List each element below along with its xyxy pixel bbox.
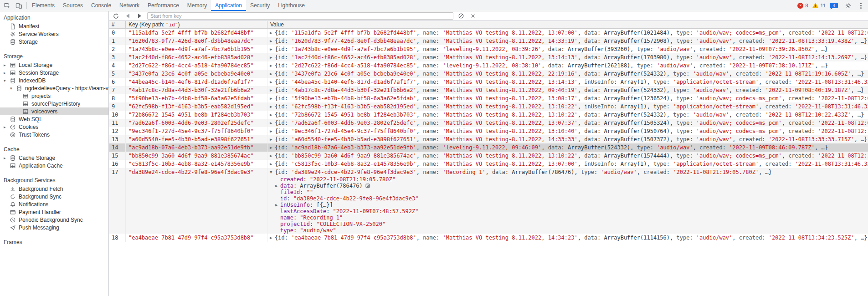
table-row[interactable]: 4"2d27c622-f86d-4cc4-a518-4fa90784ec85"▶… xyxy=(109,61,868,70)
tab-elements[interactable]: Elements xyxy=(28,0,59,11)
expand-triangle-icon[interactable]: ▶ xyxy=(270,111,275,119)
value-preview[interactable]: ▶{id: 'c5813f5c-10b3-4eb8-8a32-e14578356… xyxy=(270,160,868,168)
table-row[interactable]: 2"1a743b8c-e0ee-4d9f-a7af-7bc7a6b1b195"▶… xyxy=(109,45,868,53)
value-preview[interactable]: ▶{id: '1ac2f40d-f86c-4652-ac46-efb8385ad… xyxy=(270,53,868,61)
table-row[interactable]: 12"9ec346f1-727d-45e4-9c37-f75ff8640bf0"… xyxy=(109,127,868,135)
expand-triangle-icon[interactable]: ▶ xyxy=(270,152,275,160)
table-row[interactable]: 9"62fc598b-f13f-4163-b3b5-eab582d195ed"▶… xyxy=(109,102,868,111)
expand-triangle-icon[interactable]: ▶ xyxy=(270,78,275,86)
sidebar-item-push-messaging[interactable]: Push Messaging xyxy=(0,224,108,231)
tab-application[interactable]: Application xyxy=(211,0,246,11)
table-row[interactable]: 0"115a1dfa-5e2f-4fff-bf7b-b2682fd448bf"▶… xyxy=(109,29,868,37)
object-property[interactable]: type: "audio/wav" xyxy=(270,227,868,234)
settings-gear-icon[interactable] xyxy=(842,0,854,11)
object-property[interactable]: ▶inUseInfo: [{…}] xyxy=(270,202,868,208)
expand-triangle-icon[interactable]: ▶ xyxy=(270,160,275,168)
chevron-down-icon[interactable]: ▾ xyxy=(10,86,15,91)
sidebar-item-trust-tokens[interactable]: Trust Tokens xyxy=(0,131,108,138)
column-header-index[interactable]: # xyxy=(109,21,126,28)
value-preview[interactable]: ▶{id: '72b86672-1545-4951-be8b-1f284eb3b… xyxy=(270,111,868,119)
table-row[interactable]: 5"3437e0fa-23c6-4c0f-a05e-bcbeba9e40e0"▶… xyxy=(109,70,868,78)
value-preview[interactable]: ▶{id: '115a1dfa-5e2f-4fff-bf7b-b2682fd44… xyxy=(270,29,868,37)
expand-triangle-icon[interactable]: ▶ xyxy=(270,53,275,61)
sidebar-item-local-storage[interactable]: ▸Local Storage xyxy=(0,61,108,69)
value-preview[interactable]: ▶{id: '62fc598b-f13f-4163-b3b5-eab582d19… xyxy=(270,102,868,111)
value-preview[interactable]: ▶{id: '1620d783-9f77-426d-8e0f-d3bb48eaa… xyxy=(270,37,868,45)
issues-badge[interactable]: 4 xyxy=(830,3,838,8)
chevron-right-icon[interactable]: ▸ xyxy=(4,63,9,67)
sidebar-item-manifest[interactable]: Manifest xyxy=(0,22,108,30)
sidebar-item-background-fetch[interactable]: Background Fetch xyxy=(0,185,108,193)
refresh-button[interactable] xyxy=(112,12,120,20)
table-row[interactable]: 17"da389e24-cdce-4b22-9fe8-96e4f3dac9e3"… xyxy=(109,168,868,234)
expand-triangle-icon[interactable]: ▶ xyxy=(270,234,275,242)
table-row[interactable]: 16"c5813f5c-10b3-4eb8-8a32-e14578356e9b"… xyxy=(109,160,868,168)
table-row[interactable]: 11"7ad62a6f-6003-4dd6-9e03-2802ef25defc"… xyxy=(109,119,868,127)
delete-selected-button[interactable] xyxy=(469,12,477,20)
expand-triangle-icon[interactable]: ▶ xyxy=(270,61,275,70)
object-property[interactable]: id: "da389e24-cdce-4b22-9fe8-96e4f3dac9e… xyxy=(270,195,868,202)
value-preview[interactable]: ▶{id: '3437e0fa-23c6-4c0f-a05e-bcbeba9e4… xyxy=(270,70,868,78)
column-header-value[interactable]: Value xyxy=(267,21,868,28)
sidebar-item-cookies[interactable]: ▸Cookies xyxy=(0,123,108,131)
expand-triangle-icon[interactable]: ▶ xyxy=(270,127,275,135)
object-property[interactable]: created: "2022-11-08T21:19:05.780Z" xyxy=(270,176,868,183)
table-row[interactable]: 14"ac9ad18b-07a6-4eb3-b373-aa92e51de9fb"… xyxy=(109,143,868,152)
table-row[interactable]: 1"1620d783-9f77-426d-8e0f-d3bb48eaa7dc"▶… xyxy=(109,37,868,45)
tab-lighthouse[interactable]: Lighthouse xyxy=(274,0,309,11)
sidebar-item-sourceplayerhistory[interactable]: sourcePlayerHistory xyxy=(0,100,108,107)
value-preview[interactable]: ▶{id: 'ac9ad18b-07a6-4eb3-b373-aa92e51de… xyxy=(270,143,868,152)
value-preview[interactable]: ▶{id: '5f90be13-eb7b-44b8-bf58-6a3a62e5f… xyxy=(270,94,868,102)
device-toolbar-icon[interactable] xyxy=(13,0,25,11)
sidebar-item-notifications[interactable]: Notifications xyxy=(0,200,108,208)
expand-triangle-icon[interactable]: ▶ xyxy=(270,143,275,152)
sidebar-item-cache-storage[interactable]: ▸Cache Storage xyxy=(0,154,108,162)
expand-triangle-icon[interactable]: ▶ xyxy=(275,183,280,189)
value-preview[interactable]: ▶{id: '7ad62a6f-6003-4dd6-9e03-2802ef25d… xyxy=(270,119,868,127)
chevron-right-icon[interactable]: ▸ xyxy=(4,71,9,75)
object-property[interactable]: ▶data: ArrayBuffer(786476) xyxy=(270,183,868,189)
tab-performance[interactable]: Performance xyxy=(144,0,183,11)
sidebar-item-application-cache[interactable]: Application Cache xyxy=(0,162,108,169)
expand-triangle-icon[interactable]: ▶ xyxy=(270,135,275,143)
expand-triangle-icon[interactable]: ▶ xyxy=(270,37,275,45)
tab-security[interactable]: Security xyxy=(246,0,274,11)
expand-triangle-icon[interactable]: ▶ xyxy=(270,94,275,102)
sidebar-item-projects[interactable]: projects xyxy=(0,92,108,100)
value-preview[interactable]: ▶{id: '2d27c622-f86d-4cc4-a518-4fa90784e… xyxy=(270,61,868,70)
prev-page-button[interactable] xyxy=(123,12,132,20)
clear-object-store-button[interactable] xyxy=(457,12,465,20)
value-preview[interactable]: ▶{id: 'ea4baeae-7b81-47d9-97f4-c95a3753d… xyxy=(270,234,868,242)
chevron-right-icon[interactable]: ▸ xyxy=(4,156,9,160)
object-property[interactable]: projectId: "COLLECTION-VX-25020" xyxy=(270,221,868,227)
collapse-triangle-icon[interactable]: ▼ xyxy=(270,168,275,176)
table-row[interactable]: 13"a60d5540-fee5-4b30-b5ad-e3898f627651"… xyxy=(109,135,868,143)
expand-triangle-icon[interactable]: ▶ xyxy=(270,29,275,37)
value-preview[interactable]: ▶{id: '4ab17c8c-7d8a-44d3-b30f-32e21fb6b… xyxy=(270,86,868,94)
table-row[interactable]: 3"1ac2f40d-f86c-4652-ac46-efb8385ad028"▶… xyxy=(109,53,868,61)
expand-triangle-icon[interactable]: ▶ xyxy=(270,86,275,94)
tab-sources[interactable]: Sources xyxy=(59,0,87,11)
expand-triangle-icon[interactable]: ▶ xyxy=(270,70,275,78)
sidebar-item-session-storage[interactable]: ▸Session Storage xyxy=(0,69,108,77)
table-row[interactable]: 6"44bea45c-b140-4ef6-817d-d1ad6f7af1f7"▶… xyxy=(109,78,868,86)
object-property[interactable]: lastAccessDate: "2022-11-09T07:48:57.592… xyxy=(270,208,868,214)
table-row[interactable]: 8"5f90be13-eb7b-44b8-bf58-6a3a62e5fdab"▶… xyxy=(109,94,868,102)
tab-memory[interactable]: Memory xyxy=(183,0,211,11)
sidebar-item-indexeddb[interactable]: ▾IndexedDB xyxy=(0,77,108,84)
next-page-button[interactable] xyxy=(135,12,144,20)
tab-console[interactable]: Console xyxy=(87,0,115,11)
sidebar-item-periodic-background-sync[interactable]: Periodic Background Sync xyxy=(0,216,108,224)
table-row[interactable]: 18"ea4baeae-7b81-47d9-97f4-c95a3753d8b8"… xyxy=(109,234,868,242)
table-row[interactable]: 7"4ab17c8c-7d8a-44d3-b30f-32e21fb6b6a2"▶… xyxy=(109,86,868,94)
value-preview[interactable]: ▶{id: 'bb850c99-3a60-4d6f-9aa9-881e38567… xyxy=(270,152,868,160)
inspect-element-icon[interactable] xyxy=(1,0,13,11)
sidebar-item-payment-handler[interactable]: Payment Handler xyxy=(0,208,108,216)
sidebar-item-ngdexielievequery-https-team-vidieditor-vi[interactable]: ▾ngdexielieveQuery - https://team-vidied… xyxy=(0,84,108,92)
sidebar-item-background-sync[interactable]: Background Sync xyxy=(0,193,108,200)
column-header-key[interactable]: Key (Key path: "id") xyxy=(126,21,267,28)
expand-triangle-icon[interactable]: ▶ xyxy=(275,202,280,208)
console-errors-badge[interactable]: ✕ 8 xyxy=(797,3,808,9)
value-preview[interactable]: ▶{id: '1a743b8c-e0ee-4d9f-a7af-7bc7a6b1b… xyxy=(270,45,868,53)
value-preview[interactable]: ▼{id: 'da389e24-cdce-4b22-9fe8-96e4f3dac… xyxy=(270,168,868,176)
